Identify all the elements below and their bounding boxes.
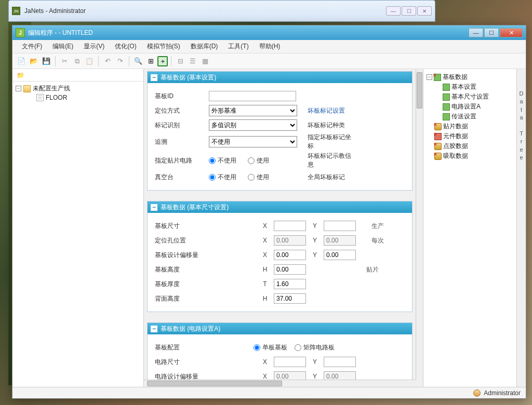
panel-collapse-icon[interactable]: − — [151, 326, 157, 332]
board-size-x-input[interactable] — [274, 221, 306, 231]
circuit-size-x-input[interactable] — [274, 357, 306, 367]
rt-pickup-data[interactable]: 吸取数据 — [427, 151, 514, 161]
vacuum-yes-radio[interactable]: 使用 — [248, 173, 269, 182]
vertical-scrollbar[interactable] — [416, 69, 423, 380]
panel-circuit-header: − 基板数据 (电路设置A) — [148, 323, 412, 334]
mark-select[interactable]: 多值识别 — [209, 119, 297, 131]
horizontal-scrollbar[interactable] — [144, 380, 416, 387]
menu-simulate[interactable]: 模拟节拍(S) — [142, 40, 185, 53]
back-height-input[interactable] — [274, 293, 306, 304]
menu-database[interactable]: 数据库(D) — [185, 40, 223, 53]
tree-node-floor[interactable]: FLOOR — [16, 93, 140, 102]
menu-help[interactable]: 帮助(H) — [254, 40, 286, 53]
thickness-input[interactable] — [274, 279, 306, 289]
vacuum-no-radio[interactable]: 不使用 — [209, 173, 236, 182]
editor-close-button[interactable]: ✕ — [500, 28, 523, 37]
offset-y-input[interactable] — [324, 250, 356, 260]
trace-label: 追溯 — [155, 138, 209, 146]
panel-basic-header: − 基板数据 (基本设置) — [148, 72, 412, 83]
menu-view[interactable]: 显示(V) — [78, 40, 110, 53]
outer-window-titlebar: JN JaNets - Administrator — ☐ ✕ — [8, 0, 435, 22]
outer-minimize-button[interactable]: — — [386, 6, 401, 16]
side-tab-data-tree[interactable]: Data Tree — [516, 69, 526, 387]
bad-mark-settings-link[interactable]: 坏板标记设置 — [301, 106, 351, 115]
tool-save-icon[interactable]: 💾 — [41, 56, 52, 67]
toolbar: 📄 📂 💾 ✂ ⧉ 📋 ↶ ↷ 🔍 ⊞ ＋ ⊟ ☰ ▦ — [12, 53, 526, 69]
circuit-size-y-input[interactable] — [324, 357, 356, 367]
center-scroll-area[interactable]: − 基板数据 (基本设置) 基板ID 定位方式 外形基准 坏板标记设置 — [144, 69, 416, 380]
rt-basic-size[interactable]: 基本尺寸设置 — [427, 92, 514, 102]
rt-mount-data[interactable]: 贴片数据 — [427, 122, 514, 131]
tree-collapse-icon[interactable]: − — [427, 74, 432, 80]
right-pane: −基板数据 基本设置 基本尺寸设置 电路设置A 传送设置 贴片数据 元件数据 点… — [423, 69, 526, 387]
rt-board-data[interactable]: −基板数据 — [427, 72, 514, 82]
bad-mark-coord-label: 指定坏板标记坐标 — [301, 133, 351, 151]
layout-label: 基板配置 — [155, 343, 254, 352]
bad-mark-teach-label: 坏板标记示教信息 — [301, 152, 351, 169]
tool-new-icon[interactable]: 📄 — [16, 56, 27, 67]
circuit-yes-radio[interactable]: 使用 — [248, 156, 269, 165]
position-select[interactable]: 外形基准 — [209, 105, 297, 116]
hole-x-input — [274, 235, 306, 246]
circuit-no-radio[interactable]: 不使用 — [209, 156, 236, 165]
status-bar: Administrator — [12, 387, 526, 398]
panel-collapse-icon[interactable]: − — [151, 74, 157, 81]
height-input[interactable] — [274, 264, 306, 275]
editor-minimize-button[interactable]: — — [469, 28, 483, 37]
layout-matrix-radio[interactable]: 矩阵电路板 — [295, 343, 335, 352]
menu-tools[interactable]: 工具(T) — [223, 40, 254, 53]
panel-circuit-settings: − 基板数据 (电路设置A) 基板配置 单板基板 矩阵电路板 电路尺寸 X — [147, 322, 413, 380]
item-icon — [443, 93, 450, 101]
user-avatar-icon — [473, 389, 481, 397]
outer-close-button[interactable]: ✕ — [417, 6, 432, 16]
panel-collapse-icon[interactable]: − — [151, 204, 157, 211]
toolbar-separator — [98, 56, 99, 66]
hole-pos-label: 定位孔位置 — [155, 236, 261, 245]
center-pane: − 基板数据 (基本设置) 基板ID 定位方式 外形基准 坏板标记设置 — [144, 69, 423, 387]
left-refresh-icon[interactable]: 📁 — [15, 70, 26, 81]
circuit-size-label: 电路尺寸 — [155, 358, 261, 367]
board-size-y-input[interactable] — [324, 221, 356, 231]
rt-dispense-data[interactable]: 点胶数据 — [427, 141, 514, 151]
tool-window-icon[interactable]: ⊞ — [145, 56, 156, 67]
tree-root-label: 未配置生产线 — [33, 84, 70, 93]
panel-basic-title: 基板数据 (基本设置) — [161, 73, 216, 82]
trace-select[interactable]: 不使用 — [209, 136, 297, 147]
menu-optimize[interactable]: 优化(O) — [110, 40, 141, 53]
rt-circuit-a[interactable]: 电路设置A — [427, 102, 514, 112]
data-icon — [434, 143, 442, 150]
toolbar-separator — [171, 56, 171, 66]
hole-y-input — [324, 235, 356, 246]
editor-app-icon: J — [16, 28, 25, 37]
editor-maximize-button[interactable]: ☐ — [484, 28, 499, 37]
rt-component-data[interactable]: 元件数据 — [427, 131, 514, 141]
circuit-offset-y-input — [324, 371, 356, 380]
tool-list-icon: ☰ — [187, 56, 198, 67]
panel-basic-settings: − 基板数据 (基本设置) 基板ID 定位方式 外形基准 坏板标记设置 — [147, 71, 413, 191]
editor-title: 编辑程序 - - UNTITLED — [28, 29, 468, 37]
item-icon — [443, 103, 450, 111]
menu-edit[interactable]: 编辑(E) — [47, 40, 78, 53]
tool-add-icon[interactable]: ＋ — [157, 56, 168, 66]
circuit-offset-label: 电路设计偏移量 — [155, 372, 261, 380]
board-size-label: 基板尺寸 — [155, 222, 261, 231]
tool-find-icon[interactable]: 🔍 — [132, 56, 144, 67]
tree-node-root[interactable]: − 未配置生产线 — [16, 84, 140, 93]
board-id-input[interactable] — [209, 91, 296, 101]
rt-transfer[interactable]: 传送设置 — [427, 112, 514, 122]
offset-x-input[interactable] — [274, 250, 306, 260]
right-cut-a: 生产 — [356, 222, 384, 231]
bad-mark-kind-label: 坏板标记种类 — [301, 121, 351, 130]
panel-circuit-title: 基板数据 (电路设置A) — [161, 325, 220, 333]
scrollbar-thumb[interactable] — [417, 72, 422, 109]
rt-basic-settings[interactable]: 基本设置 — [427, 82, 514, 92]
tool-open-icon[interactable]: 📂 — [28, 56, 39, 67]
scrollbar-thumb[interactable] — [147, 381, 282, 386]
menu-file[interactable]: 文件(F) — [17, 40, 47, 53]
tool-grid-icon: ▦ — [200, 56, 211, 67]
outer-maximize-button[interactable]: ☐ — [402, 6, 416, 16]
right-cut-b: 每次 — [356, 236, 384, 245]
layout-single-radio[interactable]: 单板基板 — [254, 343, 287, 352]
tree-collapse-icon[interactable]: − — [16, 86, 21, 91]
axis-y: Y — [311, 222, 318, 230]
